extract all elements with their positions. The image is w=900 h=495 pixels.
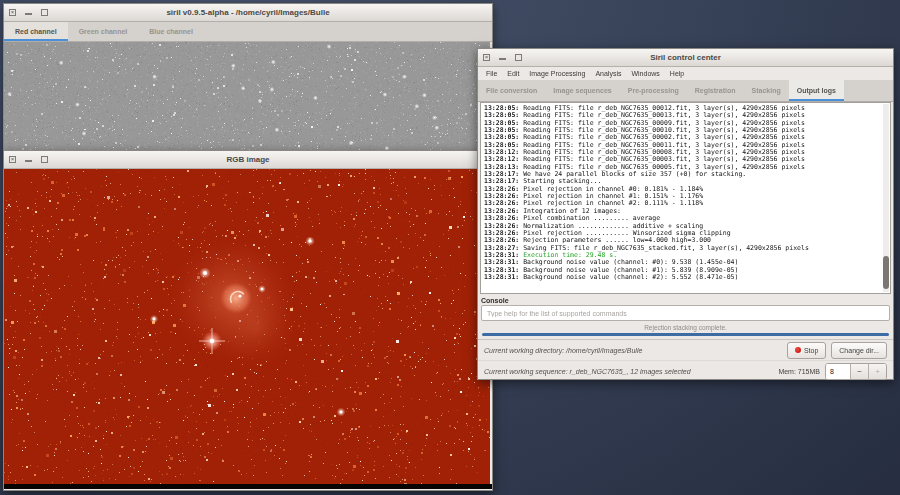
menu-windows[interactable]: Windows: [626, 70, 664, 77]
maximize-icon[interactable]: [515, 54, 522, 61]
tab-stacking[interactable]: Stacking: [744, 80, 789, 101]
memory-usage-label: Mem: 715MB: [778, 368, 820, 375]
menu-edit[interactable]: Edit: [502, 70, 524, 77]
menu-analysis[interactable]: Analysis: [590, 70, 626, 77]
tab-blue-channel[interactable]: Blue channel: [138, 22, 204, 41]
log-lines: 13:28:05: Reading FITS: file r_deb_NGC76…: [481, 103, 890, 281]
rgb-window-title: RGB image: [226, 155, 269, 164]
menu-help[interactable]: Help: [665, 70, 689, 77]
maximize-icon[interactable]: [41, 156, 48, 163]
log-line: 13:28:31: Background noise value (channe…: [484, 274, 880, 281]
close-icon[interactable]: ×: [9, 9, 16, 16]
red-channel-image[interactable]: [4, 42, 490, 151]
progress-bar: [482, 333, 889, 336]
progress-area: Rejection stacking complete.: [478, 324, 893, 336]
statusbar: Current working directory: /home/cyril/I…: [478, 339, 893, 381]
thread-count-spinbox: 8 − +: [825, 363, 887, 380]
stop-record-dot-icon: [795, 347, 801, 353]
spin-plus-button[interactable]: +: [868, 364, 886, 379]
log-scrollbar-track[interactable]: [883, 104, 889, 292]
rgb-window-titlebar[interactable]: × RGB image: [4, 151, 492, 169]
control-center-title: Siril control center: [650, 53, 721, 62]
change-dir-button[interactable]: Change dir...: [831, 342, 887, 359]
maximize-icon[interactable]: [41, 9, 48, 16]
spin-minus-button[interactable]: −: [850, 364, 868, 379]
tab-registration[interactable]: Registration: [687, 80, 744, 101]
console-label: Console: [481, 297, 893, 304]
tab-pre-processing[interactable]: Pre-processing: [620, 80, 687, 101]
window-controls: ×: [9, 9, 48, 16]
tab-image-sequences[interactable]: Image sequences: [545, 80, 619, 101]
output-log-pane: 13:28:05: Reading FITS: file r_deb_NGC76…: [480, 102, 891, 294]
siril-main-window: × siril v0.9.5-alpha - /home/cyril/Image…: [3, 3, 493, 152]
log-scrollbar-thumb[interactable]: [883, 256, 889, 289]
rgb-image[interactable]: [4, 169, 490, 484]
progress-status-text: Rejection stacking complete.: [478, 324, 893, 332]
minimize-icon[interactable]: [499, 54, 506, 60]
working-directory-label: Current working directory: /home/cyril/I…: [484, 347, 642, 354]
window-controls: ×: [9, 156, 48, 163]
menu-image-processing[interactable]: Image Processing: [524, 70, 590, 77]
tab-red-channel[interactable]: Red channel: [4, 22, 68, 41]
menu-file[interactable]: File: [481, 70, 502, 77]
status-row-sequence: Current working sequence: r_deb_NGC7635_…: [478, 360, 893, 381]
control-center-tabbar: File conversionImage sequencesPre-proces…: [478, 80, 893, 102]
change-dir-label: Change dir...: [839, 347, 879, 354]
close-icon[interactable]: ×: [9, 156, 16, 163]
tab-file-conversion[interactable]: File conversion: [478, 80, 545, 101]
console-input[interactable]: [481, 305, 890, 321]
main-window-titlebar[interactable]: × siril v0.9.5-alpha - /home/cyril/Image…: [4, 4, 492, 22]
stop-button-label: Stop: [804, 347, 818, 354]
tab-green-channel[interactable]: Green channel: [68, 22, 139, 41]
minimize-icon[interactable]: [25, 9, 32, 15]
rgb-image-window: × RGB image: [3, 150, 493, 491]
window-controls: ×: [483, 54, 522, 61]
tab-output-logs[interactable]: Output logs: [789, 80, 844, 101]
close-icon[interactable]: ×: [483, 54, 490, 61]
thread-count-value[interactable]: 8: [826, 364, 850, 379]
channel-tabbar: Red channelGreen channelBlue channel: [4, 22, 492, 42]
control-center-titlebar[interactable]: × Siril control center: [478, 49, 893, 67]
image-bottom-black-band: [4, 484, 492, 489]
minimize-icon[interactable]: [25, 156, 32, 162]
control-center-window: × Siril control center FileEditImage Pro…: [477, 48, 894, 380]
main-window-title: siril v0.9.5-alpha - /home/cyril/Images/…: [166, 8, 329, 17]
stop-button[interactable]: Stop: [787, 342, 826, 359]
menubar: FileEditImage ProcessingAnalysisWindowsH…: [478, 67, 893, 80]
working-sequence-label: Current working sequence: r_deb_NGC7635_…: [484, 368, 691, 375]
status-row-directory: Current working directory: /home/cyril/I…: [478, 340, 893, 360]
